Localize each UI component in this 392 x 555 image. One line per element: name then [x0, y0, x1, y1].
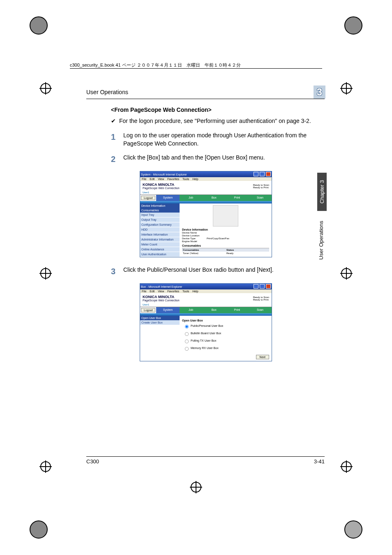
side-item[interactable]: Input Tray [140, 213, 180, 217]
screenshot-box: Box - Microsoft Internet Explorer File E… [140, 283, 272, 361]
tab-print[interactable]: Print [226, 307, 249, 313]
window-buttons [253, 172, 271, 177]
th: Consumables [182, 248, 226, 252]
content-body: Device Information Consumables Input Tra… [140, 204, 272, 257]
logout-button[interactable]: Logout [141, 196, 155, 200]
menu-item[interactable]: Edit [150, 178, 154, 180]
step-number: 3 [111, 266, 123, 278]
side-item[interactable]: Meter Count [140, 242, 180, 247]
page-body: User Operations 3 <From PageScope Web Co… [86, 86, 325, 370]
running-head: User Operations 3 [86, 86, 325, 99]
side-item[interactable]: HDD [140, 227, 180, 232]
side-tab-section: User Operations [317, 213, 325, 267]
side-item[interactable]: Configuration Summary [140, 222, 180, 227]
panel-title: Open User Box [182, 319, 269, 322]
side-item[interactable]: Interface Information [140, 232, 180, 237]
logout-button[interactable]: Logout [141, 308, 155, 312]
step-1: 1 Log on to the user operation mode thro… [111, 131, 325, 148]
radio-input[interactable] [185, 332, 189, 336]
side-item-open-user-box[interactable]: Open User Box [140, 316, 180, 320]
th: Status [226, 248, 269, 252]
side-item[interactable]: User Authentication [140, 252, 180, 257]
tab-system[interactable]: System [156, 195, 179, 201]
radio-public-personal[interactable]: Public/Personal User Box [182, 323, 269, 329]
side-item-consumables[interactable]: Consumables [140, 208, 180, 213]
status-scan: Ready to Scan [253, 184, 269, 186]
tab-print[interactable]: Print [226, 195, 249, 201]
menu-item[interactable]: Help [192, 178, 198, 180]
crop-header-text: c300_security_E.book 41 ページ ２００７年４月１１日 水… [70, 62, 241, 67]
radio-memory-rx[interactable]: Memory RX User Box [182, 345, 269, 352]
crosshair-icon [340, 82, 353, 95]
crosshair-icon [39, 82, 52, 95]
step-text: Log on to the user operation mode throug… [123, 131, 325, 148]
side-item[interactable]: Online Assistance [140, 247, 180, 252]
content-body: Open User Box Create User Box Open User … [140, 316, 272, 361]
menu-item[interactable]: Favorites [167, 178, 179, 180]
brand-name: KONICA MINOLTA [143, 295, 174, 299]
side-item[interactable]: Output Tray [140, 217, 180, 222]
menu-item[interactable]: Tools [182, 178, 189, 180]
crop-mark [30, 16, 48, 35]
side-item[interactable]: Administrator Information [140, 237, 180, 242]
tab-job[interactable]: Job [180, 195, 203, 201]
close-icon[interactable] [266, 172, 271, 176]
menu-item[interactable]: View [158, 290, 164, 293]
logged-user: User1 [140, 191, 272, 194]
step-text: Click the [Box] tab and then the [Open U… [123, 153, 325, 165]
menu-item[interactable]: Edit [150, 290, 154, 293]
menu-item[interactable]: Favorites [167, 290, 179, 293]
kv-key: Device Location [182, 234, 207, 237]
window-titlebar: Box - Microsoft Internet Explorer [140, 284, 272, 289]
maximize-icon[interactable] [260, 284, 265, 289]
tab-job[interactable]: Job [180, 307, 203, 313]
menu-item[interactable]: Help [192, 290, 198, 293]
tab-box[interactable]: Box [203, 307, 226, 313]
menu-item[interactable]: File [142, 290, 146, 293]
radio-input[interactable] [185, 325, 189, 328]
td: Ready [226, 252, 269, 255]
radio-label: Bulletin Board User Box [191, 332, 221, 335]
tab-scan[interactable]: Scan [249, 195, 272, 201]
minimize-icon[interactable] [254, 172, 258, 176]
radio-input[interactable] [185, 340, 189, 343]
maximize-icon[interactable] [260, 172, 265, 176]
minimize-icon[interactable] [254, 284, 258, 289]
crosshair-icon [39, 460, 52, 473]
crosshair-icon [190, 481, 202, 493]
screenshot-system: System - Microsoft Internet Explorer Fil… [140, 171, 272, 257]
step-text: Click the Public/Personal User Box radio… [123, 266, 325, 278]
page-footer: C300 3-41 [86, 456, 325, 465]
tab-row: Logout System Job Box Print Scan [140, 307, 272, 313]
tab-scan[interactable]: Scan [249, 307, 272, 313]
step-number: 1 [111, 131, 123, 148]
side-tab: Chapter 3 User Operations [317, 173, 329, 267]
radio-polling[interactable]: Polling TX User Box [182, 338, 269, 344]
ie-menubar: File Edit View Favorites Tools Help [140, 289, 272, 293]
side-item-device-info[interactable]: Device Information [140, 204, 180, 208]
crop-mark [344, 16, 362, 35]
window-buttons [253, 284, 271, 289]
radio-input[interactable] [185, 347, 189, 351]
next-button[interactable]: Next [256, 355, 269, 359]
side-menu: Open User Box Create User Box [140, 316, 180, 361]
radio-bulletin[interactable]: Bulletin Board User Box [182, 330, 269, 337]
logged-user: User1 [140, 303, 272, 307]
brand-sub: PageScope Web Connection [143, 187, 180, 190]
crosshair-icon [340, 267, 353, 280]
content-panel: Open User Box Public/Personal User Box B… [180, 316, 272, 361]
menu-item[interactable]: Tools [182, 290, 189, 293]
note-text: For the logon procedure, see "Performing… [119, 117, 311, 125]
tab-system[interactable]: System [156, 307, 179, 313]
td: Toner (Yellow) [182, 252, 226, 255]
close-icon[interactable] [266, 284, 271, 289]
brand-block: KONICA MINOLTA PageScope Web Connection [143, 183, 180, 190]
tab-box[interactable]: Box [203, 195, 226, 201]
step-number: 2 [111, 153, 123, 165]
status-scan: Ready to Scan [253, 296, 269, 298]
menu-item[interactable]: File [142, 178, 146, 180]
menu-item[interactable]: View [158, 178, 164, 180]
crop-header-rule: c300_security_E.book 41 ページ ２００７年４月１１日 水… [70, 68, 322, 75]
radio-label: Public/Personal User Box [191, 324, 223, 327]
side-item-create-user-box[interactable]: Create User Box [140, 320, 180, 325]
